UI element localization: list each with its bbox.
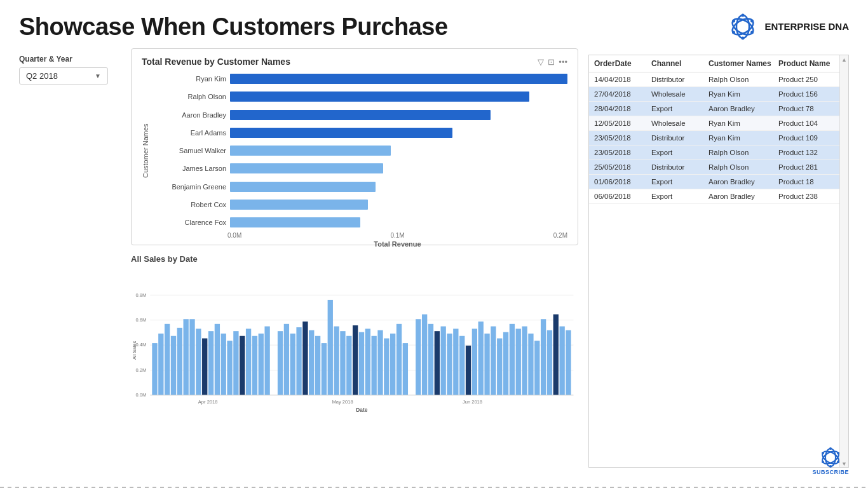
svg-point-4	[742, 37, 745, 40]
svg-rect-82	[553, 315, 559, 395]
svg-text:0.2M: 0.2M	[135, 367, 146, 373]
bar-chart-container: Customer Names Ryan KimRalph OlsonAaron …	[142, 72, 567, 229]
filter-icon[interactable]: ▽	[538, 57, 544, 67]
svg-rect-44	[309, 330, 314, 395]
table-header-cell: Product Name	[778, 59, 839, 68]
svg-rect-22	[165, 324, 170, 395]
bar-label: Samuel Walker	[157, 147, 230, 154]
svg-rect-77	[522, 327, 527, 395]
dropdown-value: Q2 2018	[26, 71, 58, 81]
logo-text: ENTERPRISE DNA	[764, 21, 849, 32]
channel-cell: Export	[651, 105, 709, 112]
svg-rect-64	[441, 327, 446, 395]
svg-text:Jun 2018: Jun 2018	[463, 399, 482, 405]
quarter-year-dropdown[interactable]: Q2 2018 ▼	[19, 67, 108, 85]
scroll-up-icon[interactable]: ▲	[841, 57, 847, 63]
bar-label: Aaron Bradley	[157, 111, 230, 119]
bar-row: Benjamin Greene	[157, 180, 567, 194]
bar-track	[230, 92, 567, 102]
table-row[interactable]: 25/05/2018DistributorRalph OlsonProduct …	[589, 160, 839, 175]
left-sidebar: Quarter & Year Q2 2018 ▼	[19, 48, 121, 468]
svg-rect-31	[221, 334, 226, 395]
bar-fill	[230, 110, 491, 120]
svg-rect-26	[189, 319, 194, 395]
subscribe-label: SUBSCRIBE	[812, 469, 849, 475]
svg-rect-68	[466, 346, 471, 395]
svg-point-8	[732, 31, 735, 34]
svg-rect-35	[246, 329, 251, 395]
svg-rect-73	[497, 339, 502, 395]
svg-rect-84	[566, 330, 571, 395]
bar-row: Clarence Fox	[157, 215, 567, 229]
order-date-cell: 06/06/2018	[594, 193, 651, 200]
expand-icon[interactable]: ⊡	[548, 57, 555, 67]
scrollbar[interactable]: ▲ ▼	[839, 55, 848, 467]
bar-label: James Larson	[157, 165, 230, 172]
product-cell: Product 104	[778, 119, 839, 127]
svg-rect-65	[447, 334, 452, 395]
product-cell: Product 109	[778, 134, 839, 142]
channel-cell: Export	[651, 193, 709, 200]
bar-row: James Larson	[157, 161, 567, 175]
order-date-cell: 25/05/2018	[594, 163, 651, 171]
sales-chart-svg: 0.8M 0.6M 0.4M 0.2M 0.0M All Sales	[131, 266, 578, 444]
table-row[interactable]: 23/05/2018DistributorRyan KimProduct 109	[589, 131, 839, 146]
svg-rect-28	[202, 339, 207, 395]
svg-rect-51	[353, 325, 358, 395]
channel-cell: Wholesale	[651, 90, 709, 98]
svg-rect-21	[158, 334, 163, 395]
bar-row: Samuel Walker	[157, 144, 567, 158]
svg-rect-54	[371, 336, 376, 395]
table-row[interactable]: 14/04/2018DistributorRalph OlsonProduct …	[589, 72, 839, 87]
svg-rect-37	[259, 334, 264, 395]
product-cell: Product 250	[778, 76, 839, 83]
svg-rect-57	[390, 334, 395, 395]
svg-point-6	[732, 20, 735, 23]
svg-rect-63	[435, 331, 440, 395]
x-axis-tick: 0.0M	[227, 232, 241, 239]
order-date-cell: 12/05/2018	[594, 119, 651, 127]
bar-fill	[230, 74, 567, 84]
table-row[interactable]: 01/06/2018ExportAaron BradleyProduct 18	[589, 175, 839, 189]
bar-chart-header: Total Revenue by Customer Names ▽ ⊡ •••	[142, 57, 567, 67]
channel-cell: Export	[651, 178, 709, 186]
svg-rect-55	[377, 330, 383, 395]
svg-rect-30	[215, 324, 220, 395]
bar-chart-title: Total Revenue by Customer Names	[142, 57, 290, 67]
svg-rect-83	[559, 327, 564, 395]
bar-fill	[230, 217, 360, 227]
svg-rect-29	[208, 331, 214, 395]
bar-label: Earl Adams	[157, 129, 230, 137]
bar-label: Benjamin Greene	[157, 183, 230, 191]
table-row[interactable]: 27/04/2018WholesaleRyan KimProduct 156	[589, 87, 839, 102]
svg-rect-49	[340, 331, 345, 395]
more-icon[interactable]: •••	[559, 57, 567, 67]
channel-cell: Distributor	[651, 134, 709, 142]
svg-point-94	[829, 465, 832, 468]
table-row[interactable]: 12/05/2018WholesaleRyan KimProduct 104	[589, 116, 839, 131]
svg-text:0.6M: 0.6M	[135, 317, 146, 323]
svg-point-96	[822, 452, 824, 454]
svg-rect-66	[453, 329, 458, 395]
bar-track	[230, 128, 567, 138]
svg-text:0.8M: 0.8M	[135, 292, 146, 298]
svg-rect-53	[365, 329, 370, 395]
svg-point-95	[837, 452, 839, 454]
table-row[interactable]: 28/04/2018ExportAaron BradleyProduct 78	[589, 102, 839, 116]
svg-rect-33	[233, 331, 238, 395]
table-row[interactable]: 23/05/2018ExportRalph OlsonProduct 132	[589, 146, 839, 160]
header: Showcase When Customers Purchase ENTERPR…	[0, 0, 868, 48]
bar-track	[230, 146, 567, 156]
customer-cell: Ryan Kim	[709, 134, 778, 142]
bar-track	[230, 163, 567, 173]
svg-rect-42	[296, 327, 301, 395]
subscribe-icon	[819, 446, 842, 469]
bar-track	[230, 110, 567, 120]
svg-rect-39	[278, 331, 283, 395]
svg-point-92	[820, 449, 841, 466]
channel-cell: Distributor	[651, 76, 709, 83]
bar-track	[230, 182, 567, 192]
subscribe-badge[interactable]: SUBSCRIBE	[812, 446, 849, 475]
table-row[interactable]: 06/06/2018ExportAaron BradleyProduct 238	[589, 189, 839, 204]
svg-rect-20	[152, 343, 157, 395]
